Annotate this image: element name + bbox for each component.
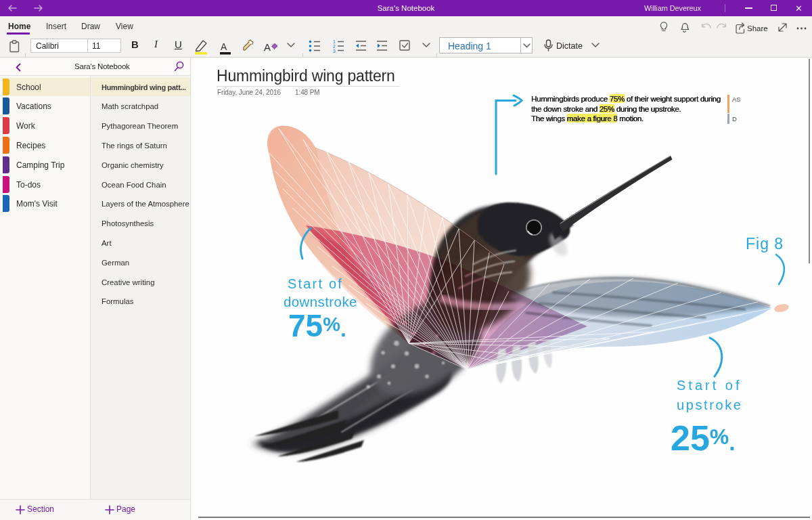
- svg-text:3: 3: [333, 49, 336, 53]
- svg-text:A: A: [264, 41, 271, 53]
- svg-text:Share: Share: [747, 24, 768, 32]
- svg-text:1: 1: [333, 39, 336, 44]
- svg-text:2: 2: [333, 44, 336, 49]
- svg-text:A: A: [221, 41, 227, 52]
